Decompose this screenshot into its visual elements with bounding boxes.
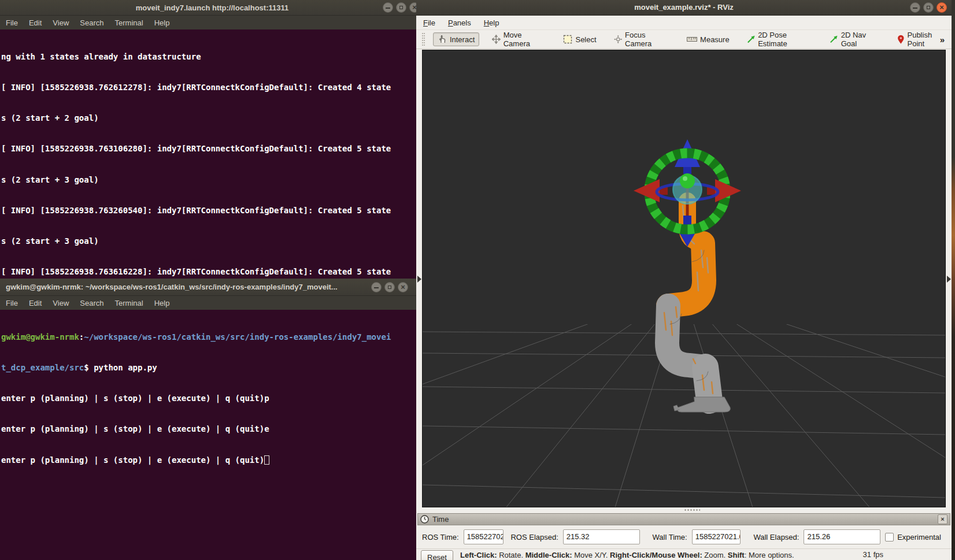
minimize-icon	[913, 8, 917, 9]
prompt-user: gwkim@gwkim-nrmk	[1, 332, 79, 342]
menu-view[interactable]: View	[53, 299, 69, 307]
terminal-cursor	[264, 455, 269, 465]
menu-file[interactable]: File	[423, 18, 435, 27]
reset-button[interactable]: Reset	[421, 550, 453, 560]
time-panel-close-button[interactable]: ×	[938, 514, 947, 524]
marker-top-sphere	[680, 173, 695, 188]
rviz-titlebar[interactable]: moveit_example.rviz* - RViz ×	[416, 0, 952, 16]
measure-tool-button[interactable]: Measure	[682, 33, 734, 46]
menu-search[interactable]: Search	[80, 18, 103, 27]
menu-edit[interactable]: Edit	[29, 18, 42, 27]
menu-file[interactable]: File	[6, 299, 18, 307]
select-tool-button[interactable]: Select	[558, 32, 601, 46]
ruler-icon	[687, 36, 697, 43]
minimize-button[interactable]	[383, 2, 393, 13]
maximize-button[interactable]	[396, 2, 406, 13]
menu-help[interactable]: Help	[154, 299, 170, 307]
selection-box-icon	[563, 35, 572, 44]
prompt-command: $ python app.py	[84, 363, 157, 372]
fps-counter: 31 fps	[863, 550, 883, 559]
panel-splitter[interactable]	[416, 507, 952, 513]
menu-file[interactable]: File	[6, 18, 18, 27]
interact-tool-button[interactable]: Interact	[433, 32, 479, 46]
minimize-button[interactable]	[371, 282, 382, 292]
app-line: enter p (planning) | s (stop) | e (execu…	[1, 455, 423, 466]
wall-elapsed-input[interactable]: 215.26	[804, 529, 880, 544]
prompt-line: gwkim@gwkim-nrmk:~/workspace/ws-ros1/cat…	[1, 332, 423, 343]
time-panel-fields: ROS Time: 1585227020.97 ROS Elapsed: 215…	[417, 525, 950, 548]
maximize-button[interactable]	[923, 2, 934, 13]
close-icon: ×	[398, 283, 408, 292]
focus-camera-tool-button[interactable]: Focus Camera	[609, 28, 674, 50]
time-panel-header[interactable]: Time ×	[417, 513, 950, 525]
minimize-icon	[386, 8, 390, 9]
menu-view[interactable]: View	[53, 18, 69, 27]
terminal1-output[interactable]: ng with 1 states already in datastructur…	[0, 29, 424, 279]
focus-crosshair-icon	[614, 35, 622, 44]
green-arrow-icon	[830, 35, 838, 44]
map-pin-icon	[897, 35, 905, 44]
log-line: s (2 start + 3 goal)	[1, 175, 423, 186]
minimize-button[interactable]	[910, 2, 920, 13]
experimental-checkbox[interactable]	[885, 533, 894, 542]
close-icon: ×	[937, 3, 946, 12]
move-camera-tool-button[interactable]: Move Camera	[487, 28, 550, 50]
close-button[interactable]: ×	[398, 282, 408, 292]
floor-grid	[423, 290, 945, 507]
rviz-statusbar: Reset Left-Click: Rotate. Middle-Click: …	[416, 548, 952, 560]
desktop-wallpaper-sliver	[952, 0, 955, 560]
terminal-window-app: gwkim@gwkim-nrmk: ~/workspace/ws-ros1/ca…	[0, 279, 424, 560]
menu-help[interactable]: Help	[154, 18, 170, 27]
close-button[interactable]: ×	[937, 2, 947, 13]
clock-icon	[420, 515, 429, 524]
menu-terminal[interactable]: Terminal	[115, 18, 143, 27]
menu-help[interactable]: Help	[484, 18, 499, 27]
terminal2-menubar: File Edit View Search Terminal Help	[0, 296, 424, 310]
maximize-icon	[388, 285, 391, 289]
menu-terminal[interactable]: Terminal	[115, 299, 143, 307]
maximize-icon	[927, 6, 930, 9]
app-line: enter p (planning) | s (stop) | e (execu…	[1, 424, 423, 435]
terminal1-titlebar[interactable]: moveit_indy7.launch http://localhost:113…	[0, 0, 424, 16]
expand-left-panel-arrow[interactable]	[417, 276, 421, 283]
menu-edit[interactable]: Edit	[29, 299, 42, 307]
time-panel-title: Time	[432, 515, 449, 524]
menu-panels[interactable]: Panels	[448, 18, 471, 27]
hand-cursor-icon	[438, 35, 447, 44]
expand-right-panel-arrow[interactable]	[947, 276, 951, 283]
rviz-toolbar: Interact Move Camera Select	[416, 30, 952, 49]
experimental-label: Experimental	[897, 533, 941, 542]
log-line: [ INFO] [1585226938.762612278]: indy7[RR…	[1, 83, 423, 93]
interactive-marker	[634, 139, 741, 247]
terminal2-titlebar[interactable]: gwkim@gwkim-nrmk: ~/workspace/ws-ros1/ca…	[0, 279, 424, 296]
wall-time-label: Wall Time:	[653, 533, 687, 542]
log-line: ng with 1 states already in datastructur…	[1, 52, 423, 62]
log-line: s (2 start + 2 goal)	[1, 113, 423, 124]
3d-scene	[423, 50, 945, 507]
maximize-button[interactable]	[384, 282, 395, 292]
rviz-title: moveit_example.rviz* - RViz	[416, 0, 952, 15]
nav-goal-tool-button[interactable]: 2D Nav Goal	[825, 28, 884, 50]
toolbar-drag-handle[interactable]	[422, 33, 425, 46]
mouse-help-text: Left-Click: Rotate. Middle-Click: Move X…	[460, 550, 794, 560]
move-arrows-icon	[492, 35, 500, 44]
prompt-line: t_dcp_example/src$ python app.py	[1, 363, 423, 373]
maximize-icon	[399, 6, 403, 9]
terminal1-menubar: File Edit View Search Terminal Help	[0, 16, 424, 29]
terminal2-output[interactable]: gwkim@gwkim-nrmk:~/workspace/ws-ros1/cat…	[0, 310, 424, 486]
terminal1-title: moveit_indy7.launch http://localhost:113…	[0, 0, 424, 16]
pose-estimate-tool-button[interactable]: 2D Pose Estimate	[742, 28, 817, 50]
menu-search[interactable]: Search	[80, 299, 103, 307]
log-line: [ INFO] [1585226938.763260540]: indy7[RR…	[1, 206, 423, 216]
terminal2-title: gwkim@gwkim-nrmk: ~/workspace/ws-ros1/ca…	[0, 279, 370, 296]
ros-time-input[interactable]: 1585227020.97	[464, 529, 504, 544]
rviz-3d-viewport[interactable]	[422, 50, 946, 507]
ros-elapsed-label: ROS Elapsed:	[510, 533, 558, 542]
toolbar-overflow-chevron[interactable]: »	[940, 35, 945, 44]
minimize-icon	[374, 287, 379, 288]
wall-time-input[interactable]: 1585227021.00	[692, 529, 741, 544]
wall-elapsed-label: Wall Elapsed:	[753, 533, 799, 542]
prompt-path: t_dcp_example/src	[1, 363, 84, 372]
ros-elapsed-input[interactable]: 215.32	[563, 529, 640, 544]
ros-time-label: ROS Time:	[422, 533, 459, 542]
